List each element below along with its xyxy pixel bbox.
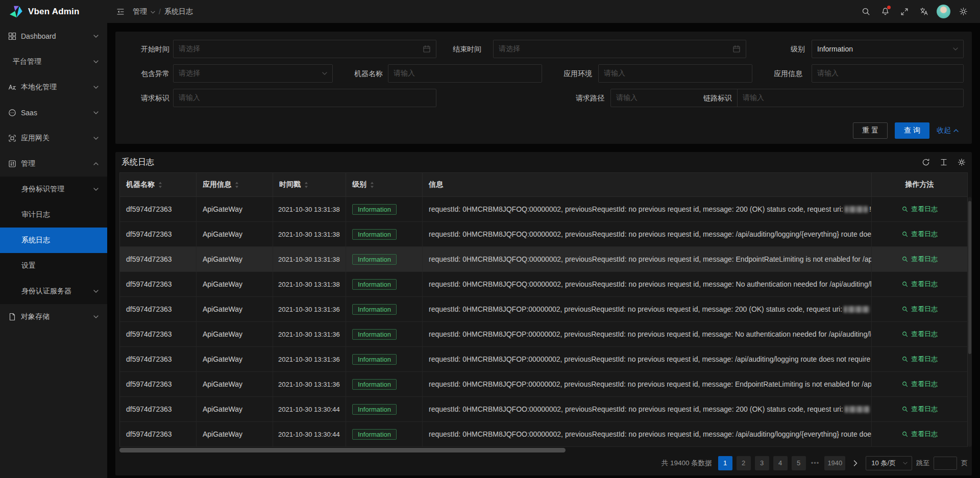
sidebar-item-platform[interactable]: 平台管理: [0, 49, 107, 74]
notification-badge-dot: [887, 6, 891, 9]
message-suffix: !: [869, 205, 871, 213]
view-log-link[interactable]: 查看日志: [901, 255, 938, 264]
app-info-cell: ApiGateWay: [197, 322, 273, 346]
action-cell: 查看日志: [872, 247, 967, 271]
page-button-1940[interactable]: 1940: [824, 456, 845, 470]
view-log-link[interactable]: 查看日志: [901, 305, 938, 314]
vertical-scrollbar[interactable]: [968, 197, 972, 447]
has-exception-placeholder: 请选择: [179, 69, 200, 78]
menu-fold-icon[interactable]: [116, 8, 125, 16]
column-header-1[interactable]: 应用信息: [197, 173, 273, 196]
view-log-link[interactable]: 查看日志: [901, 205, 938, 214]
view-log-link[interactable]: 查看日志: [901, 230, 938, 239]
view-log-link[interactable]: 查看日志: [901, 430, 938, 439]
sidebar-item-identity-management[interactable]: 身份标识管理: [0, 177, 107, 202]
view-log-link[interactable]: 查看日志: [901, 355, 938, 364]
level-badge: Information: [352, 279, 397, 290]
refresh-icon[interactable]: [922, 158, 930, 166]
reset-button[interactable]: 重 置: [853, 122, 888, 139]
view-log-label: 查看日志: [911, 380, 938, 389]
app-info-field[interactable]: 请输入: [812, 64, 964, 83]
request-id-field[interactable]: 请输入: [173, 89, 436, 107]
app-info-cell: ApiGateWay: [197, 297, 273, 321]
page-button-4[interactable]: 4: [773, 456, 788, 470]
view-log-link[interactable]: 查看日志: [901, 330, 938, 339]
sidebar-item-object-storage[interactable]: 对象存储: [0, 304, 107, 330]
view-log-link[interactable]: 查看日志: [901, 380, 938, 389]
page-size-value: 10 条/页: [871, 459, 896, 468]
level-field[interactable]: Information: [812, 40, 964, 58]
end-time-field[interactable]: 请选择: [493, 40, 746, 58]
column-header-label: 操作方法: [905, 180, 934, 189]
jump-page-input[interactable]: [934, 457, 957, 470]
column-settings-icon[interactable]: [958, 158, 966, 166]
view-log-label: 查看日志: [911, 280, 938, 289]
app-environment-field[interactable]: 请输入: [598, 64, 752, 83]
view-log-label: 查看日志: [911, 405, 938, 414]
trace-id-field[interactable]: 请输入: [737, 89, 964, 107]
view-log-link[interactable]: 查看日志: [901, 405, 938, 414]
start-time-label: 开始时间: [129, 40, 169, 58]
action-cell: 查看日志: [872, 222, 967, 246]
sidebar-item-auth-server[interactable]: 身份认证服务器: [0, 279, 107, 304]
pagination-pages: 12345•••1940: [718, 456, 846, 470]
chevron-down-icon: [151, 11, 155, 14]
notification-bell-icon[interactable]: [875, 0, 895, 23]
message-text: requestId: 0HMCRBM8JQFOQ:00000002, previ…: [429, 230, 872, 238]
column-header-2[interactable]: 时间戳: [273, 173, 346, 196]
message-cell: requestId: 0HMCRBM8JQFOP:00000002, previ…: [423, 322, 872, 346]
search-icon[interactable]: [856, 0, 875, 23]
sidebar-item-system-log[interactable]: 系统日志: [0, 228, 107, 253]
fullscreen-icon[interactable]: [895, 0, 914, 23]
chevron-down-icon: [93, 60, 99, 63]
search-button[interactable]: 查 询: [895, 122, 929, 139]
message-text: requestId: 0HMCRBM8JQFOP:00000002, previ…: [429, 380, 872, 388]
gear-icon[interactable]: [953, 0, 973, 23]
table-toolbar: [922, 158, 966, 166]
avatar[interactable]: [937, 5, 950, 18]
message-text: requestId: 0HMCRBM8JQFOO:00000002, previ…: [429, 405, 843, 413]
translate-icon[interactable]: [914, 0, 934, 23]
page-button-2[interactable]: 2: [737, 456, 751, 470]
sidebar-item-audit-log[interactable]: 审计日志: [0, 202, 107, 228]
page-size-select[interactable]: 10 条/页: [866, 456, 912, 470]
column-header-0[interactable]: 机器名称: [120, 173, 197, 196]
message-text: requestId: 0HMCRBM8JQFOQ:00000002, previ…: [429, 255, 872, 263]
chevron-down-icon: [93, 86, 99, 89]
end-time-label: 结束时间: [440, 40, 481, 58]
app-info-label: 应用信息: [762, 64, 802, 83]
sidebar-item-label: 审计日志: [21, 210, 50, 219]
app-root: Vben Admin Dashboard平台管理本地化管理Saas应用网关管理身…: [0, 0, 980, 478]
message-cell: requestId: 0HMCRBM8JQFOO:00000002, previ…: [423, 397, 872, 421]
page-button-5[interactable]: 5: [792, 456, 806, 470]
sidebar-item-localization[interactable]: 本地化管理: [0, 74, 107, 100]
sidebar-item-management[interactable]: 管理: [0, 151, 107, 177]
level-cell: Information: [346, 397, 423, 421]
collapse-link[interactable]: 收起: [937, 126, 959, 135]
table-row: df5974d72363ApiGateWay2021-10-30 13:31:3…: [120, 347, 967, 372]
logo[interactable]: Vben Admin: [0, 0, 107, 23]
page-button-1[interactable]: 1: [718, 456, 732, 470]
sidebar-item-app-gateway[interactable]: 应用网关: [0, 125, 107, 151]
horizontal-scrollbar-thumb[interactable]: [119, 448, 566, 452]
breadcrumb-section[interactable]: 管理: [133, 7, 147, 16]
sort-icon[interactable]: [158, 182, 162, 188]
sidebar-item-dashboard[interactable]: Dashboard: [0, 23, 107, 49]
start-time-field[interactable]: 请选择: [173, 40, 436, 58]
has-exception-field[interactable]: 请选择: [173, 64, 333, 83]
row-height-icon[interactable]: [940, 158, 948, 166]
view-log-link[interactable]: 查看日志: [901, 280, 938, 289]
action-cell: 查看日志: [872, 397, 967, 421]
sort-icon[interactable]: [304, 182, 308, 188]
horizontal-scrollbar[interactable]: [119, 448, 968, 453]
sidebar-item-saas[interactable]: Saas: [0, 100, 107, 125]
machine-name-field[interactable]: 请输入: [388, 64, 542, 83]
sort-icon[interactable]: [370, 182, 374, 188]
page-button-3[interactable]: 3: [755, 456, 769, 470]
calendar-icon: [423, 45, 431, 53]
sort-icon[interactable]: [235, 182, 239, 188]
sidebar-item-settings[interactable]: 设置: [0, 253, 107, 279]
next-page-icon[interactable]: [849, 460, 862, 466]
column-header-3[interactable]: 级别: [346, 173, 423, 196]
vertical-scrollbar-thumb[interactable]: [968, 201, 971, 354]
